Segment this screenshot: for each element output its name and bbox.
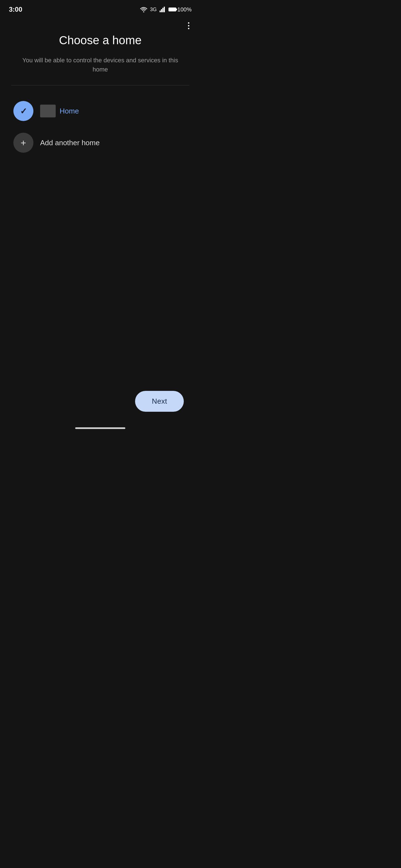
svg-marker-3 [162, 8, 164, 12]
more-options-button[interactable] [185, 20, 192, 32]
status-bar: 3:00 3G 100% [0, 0, 200, 17]
home-item-label: Home [60, 107, 79, 116]
svg-marker-4 [164, 7, 165, 12]
page-title: Choose a home [59, 33, 142, 47]
home-list: ✓ Home + Add another home [11, 96, 189, 157]
more-vert-icon [188, 22, 189, 29]
add-home-item[interactable]: + Add another home [11, 128, 189, 157]
battery-container: 100% [168, 6, 192, 13]
battery-percent: 100% [177, 6, 192, 13]
home-thumbnail [40, 104, 56, 117]
wifi-icon [140, 7, 147, 12]
page-subtitle: You will be able to control the devices … [20, 56, 181, 74]
add-home-label: Add another home [40, 138, 100, 147]
checkmark-icon: ✓ [20, 106, 27, 116]
svg-point-0 [143, 11, 144, 12]
next-button[interactable]: Next [135, 391, 184, 412]
battery-icon [169, 7, 176, 11]
svg-marker-1 [160, 10, 161, 12]
svg-marker-2 [161, 9, 162, 12]
plus-icon: + [21, 138, 26, 148]
status-time: 3:00 [9, 6, 22, 13]
signal-icon [160, 7, 165, 12]
home-item-selected[interactable]: ✓ Home [11, 96, 189, 125]
network-type: 3G [150, 7, 157, 12]
status-icons: 3G 100% [140, 6, 192, 13]
home-indicator [75, 427, 125, 429]
home-selected-icon: ✓ [13, 101, 33, 121]
add-home-icon: + [13, 133, 33, 153]
next-button-container: Next [135, 391, 184, 412]
main-content: Choose a home You will be able to contro… [0, 17, 200, 168]
